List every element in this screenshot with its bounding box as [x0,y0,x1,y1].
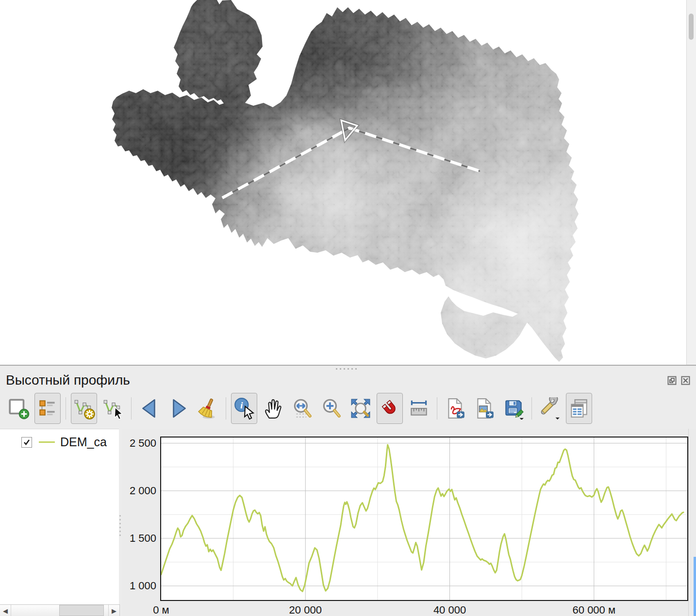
dem-raster-map [0,0,696,365]
toolbar-separator [437,397,437,420]
plot-area[interactable] [160,437,688,601]
export-image-icon [473,397,496,420]
close-panel-icon[interactable] [681,376,690,385]
layer-line-swatch [39,441,55,443]
export-pdf-icon [444,397,466,420]
y-tick-label: 1 000 [130,580,156,592]
scroll-position-indicator [694,557,696,616]
x-tick-label: 20 000 [289,604,322,616]
chart-right-divider [688,429,689,616]
x-tick-label: 0 м [153,604,169,616]
nudge-right-icon [167,397,190,420]
toolbar-button-measure-distances[interactable] [406,393,432,424]
layer-tree-icon [36,397,59,420]
toolbar-button-show-layer-tree[interactable] [34,393,61,424]
y-tick-label: 2 000 [130,485,156,497]
checkmark-icon [23,438,31,446]
layer-tree-panel[interactable]: DEM_ca [0,429,119,605]
y-tick-label: 1 500 [130,532,156,545]
x-tick-label: 60 000 м [573,604,616,616]
ruler-icon [408,397,430,420]
toolbar-separator [531,397,532,420]
toolbar-button-zoom-full[interactable] [348,393,374,424]
layer-name-label: DEM_ca [60,435,107,449]
broom-icon [197,397,219,420]
svg-text:i: i [240,400,243,410]
add-layer-icon [7,397,30,420]
map-vertical-scrollbar[interactable] [686,0,696,365]
toolbar-separator [131,397,132,420]
capture-curve-feature-icon [102,397,124,420]
elevation-profile-chart[interactable]: 2 5002 0001 5001 000 0 м20 00040 00060 0… [122,429,696,616]
scroll-left-arrow-icon[interactable]: ◀ [0,605,11,616]
toolbar-button-clear[interactable] [195,393,221,424]
toolbar-button-zoom-in[interactable] [318,393,345,424]
save-icon [502,397,525,420]
toolbar-button-identify-features[interactable]: i [231,393,257,424]
zoom-full-icon [349,397,372,420]
splitter-grip-dots-icon [336,368,357,370]
elevation-profile-toolbar: i [4,391,594,426]
scroll-right-arrow-icon[interactable]: ▶ [108,605,119,616]
identify-icon: i [233,397,255,420]
toolbar-button-capture-curve-from-feature[interactable] [100,393,126,424]
pan-hand-icon [262,397,284,420]
layer-visibility-checkbox[interactable] [21,437,32,448]
dem-terrain [0,0,696,365]
toolbar-button-save-results[interactable] [500,393,527,424]
nudge-left-icon [138,397,161,420]
horizontal-scrollbar-thumb[interactable] [59,605,104,616]
y-tick-label: 2 500 [130,437,156,450]
panel-title: Высотный профиль [6,373,130,388]
toolbar-button-snapping[interactable] [377,393,403,424]
toolbar-button-pan[interactable] [260,393,286,424]
layer-tree-horizontal-scrollbar[interactable]: ◀ ▶ [0,604,120,616]
settings-panel-icon [568,397,590,420]
elevation-profile-series-DEM_ca [161,445,683,591]
layer-tree-item[interactable]: DEM_ca [0,429,119,449]
zoom-x-icon [291,397,314,420]
map-canvas[interactable] [0,0,696,365]
x-tick-label: 40 000 [433,604,466,616]
toolbar-button-export-as-pdf[interactable] [442,393,468,424]
panel-splitter-grip-icon[interactable] [119,515,121,536]
toolbar-button-capture-curve[interactable] [71,393,97,424]
toolbar-button-nudge-left[interactable] [136,393,163,424]
toolbar-button-add-layer[interactable] [5,393,32,424]
toolbar-button-nudge-right[interactable] [166,393,192,424]
toolbar-button-zoom-full-x[interactable] [289,393,315,424]
capture-curve-icon [73,397,95,420]
wrench-icon [539,397,561,420]
toolbar-button-show-settings[interactable] [566,393,592,424]
float-panel-icon[interactable] [667,376,677,385]
toolbar-button-options[interactable] [537,393,563,424]
zoom-in-icon [320,397,343,420]
magnet-icon [379,397,401,420]
toolbar-separator [66,397,66,420]
map-vertical-scrollbar-thumb[interactable] [689,14,694,40]
toolbar-button-export-as-image[interactable] [471,393,497,424]
toolbar-separator [226,397,226,420]
